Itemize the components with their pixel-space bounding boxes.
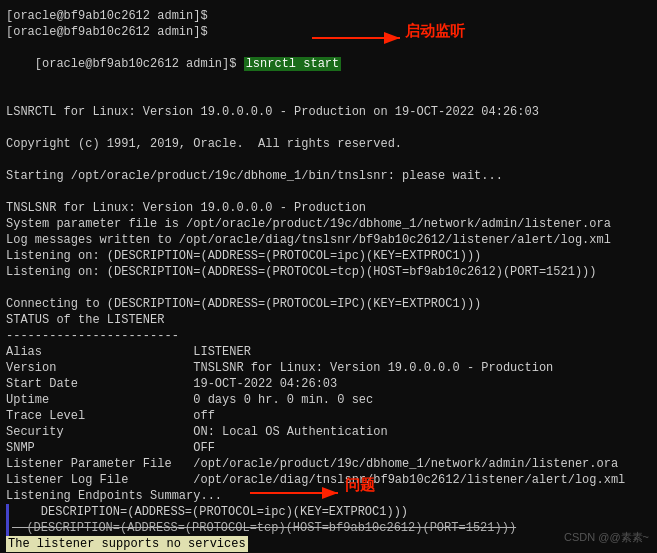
line-blank-5	[6, 280, 651, 296]
line-blank-4	[6, 184, 651, 200]
line-11: TNSLSNR for Linux: Version 19.0.0.0.0 - …	[6, 200, 651, 216]
line-23: Uptime 0 days 0 hr. 0 min. 0 sec	[6, 392, 651, 408]
annotation-label-2: 问题	[345, 476, 375, 495]
line-5: LSNRCTL for Linux: Version 19.0.0.0.0 - …	[6, 104, 651, 120]
line-32-highlighted: The listener supports no services	[6, 536, 248, 552]
line-blank-2	[6, 120, 651, 136]
annotation-label-1: 启动监听	[405, 22, 465, 41]
line-20: Alias LISTENER	[6, 344, 651, 360]
line-26: SNMP OFF	[6, 440, 651, 456]
csdn-watermark: CSDN @@素素~	[564, 530, 649, 545]
line-24: Trace Level off	[6, 408, 651, 424]
line-21: Version TNSLSNR for Linux: Version 19.0.…	[6, 360, 651, 376]
line-31: (DESCRIPTION=(ADDRESS=(PROTOCOL=tcp)(HOS…	[6, 520, 651, 536]
terminal-window: [oracle@bf9ab10c2612 admin]$ [oracle@bf9…	[0, 0, 657, 553]
lsnrctl-cmd: lsnrctl start	[244, 57, 342, 71]
line-13: Log messages written to /opt/oracle/diag…	[6, 232, 651, 248]
line-17: Connecting to (DESCRIPTION=(ADDRESS=(PRO…	[6, 296, 651, 312]
line-18: STATUS of the LISTENER	[6, 312, 651, 328]
line-15: Listening on: (DESCRIPTION=(ADDRESS=(PRO…	[6, 264, 651, 280]
line-22: Start Date 19-OCT-2022 04:26:03	[6, 376, 651, 392]
line-blank-3	[6, 152, 651, 168]
line-14: Listening on: (DESCRIPTION=(ADDRESS=(PRO…	[6, 248, 651, 264]
line-blank-1	[6, 88, 651, 104]
line-19: ------------------------	[6, 328, 651, 344]
prompt-text: [oracle@bf9ab10c2612 admin]$	[35, 57, 244, 71]
line-7: Copyright (c) 1991, 2019, Oracle. All ri…	[6, 136, 651, 152]
line-12: System parameter file is /opt/oracle/pro…	[6, 216, 651, 232]
line-30: DESCRIPTION=(ADDRESS=(PROTOCOL=ipc)(KEY=…	[6, 504, 651, 520]
line-25: Security ON: Local OS Authentication	[6, 424, 651, 440]
line-9: Starting /opt/oracle/product/19c/dbhome_…	[6, 168, 651, 184]
line-27: Listener Parameter File /opt/oracle/prod…	[6, 456, 651, 472]
line-1: [oracle@bf9ab10c2612 admin]$	[6, 8, 651, 24]
